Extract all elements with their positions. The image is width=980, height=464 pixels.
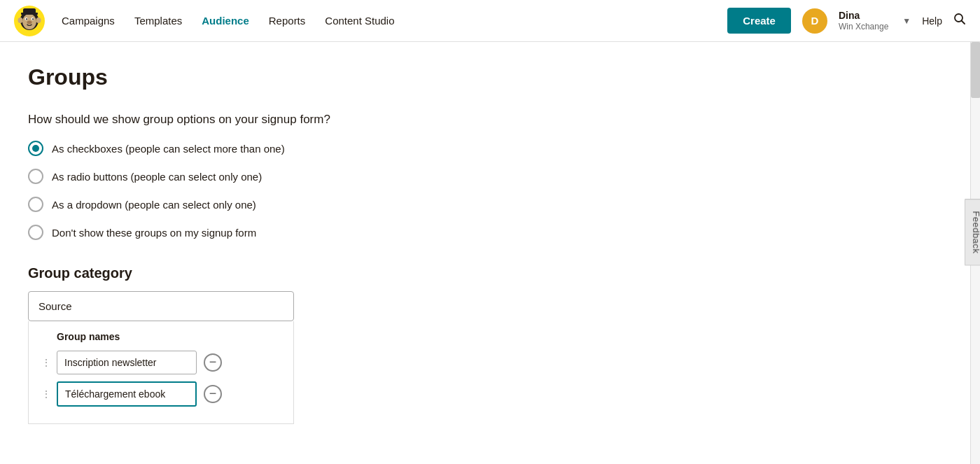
feedback-tab[interactable]: Feedback <box>965 199 980 265</box>
group-category-section: Group category Group names ⋮ − ⋮ − <box>28 265 518 424</box>
radio-dropdown-label: As a dropdown (people can select only on… <box>52 199 256 211</box>
radio-option-radio-buttons[interactable]: As radio buttons (people can select only… <box>28 169 518 184</box>
search-icon <box>953 13 966 25</box>
nav-audience[interactable]: Audience <box>202 12 249 29</box>
svg-point-9 <box>36 17 41 23</box>
radio-option-checkboxes[interactable]: As checkboxes (people can select more th… <box>28 141 518 156</box>
avatar: D <box>802 8 827 34</box>
page-title: Groups <box>28 64 518 90</box>
drag-handle-icon[interactable]: ⋮ <box>41 357 51 368</box>
radio-radio-buttons-indicator <box>28 169 43 184</box>
radio-option-dont-show[interactable]: Don't show these groups on my signup for… <box>28 225 518 240</box>
drag-handle-icon[interactable]: ⋮ <box>41 388 51 400</box>
main-nav: Campaigns Templates Audience Reports Con… <box>62 12 727 29</box>
remove-group-button-2[interactable]: − <box>204 385 222 403</box>
group-name-row: ⋮ − <box>57 381 282 407</box>
group-category-title: Group category <box>28 265 518 281</box>
create-button[interactable]: Create <box>727 8 791 34</box>
minus-icon: − <box>209 387 217 400</box>
radio-dropdown-indicator <box>28 197 43 212</box>
scrollbar-thumb[interactable] <box>971 42 980 98</box>
radio-dont-show-label: Don't show these groups on my signup for… <box>52 227 256 239</box>
main-content: Groups How should we show group options … <box>0 42 546 464</box>
group-name-row: ⋮ − <box>57 351 282 374</box>
user-org: Win Xchange <box>839 22 888 33</box>
radio-dont-show-indicator <box>28 225 43 240</box>
radio-option-dropdown[interactable]: As a dropdown (people can select only on… <box>28 197 518 212</box>
group-name-input-2[interactable] <box>57 381 197 407</box>
group-category-input[interactable] <box>28 291 294 321</box>
svg-point-8 <box>18 17 23 23</box>
radio-checkboxes-indicator <box>28 141 43 156</box>
search-button[interactable] <box>953 13 966 29</box>
svg-line-13 <box>962 21 965 24</box>
nav-templates[interactable]: Templates <box>134 12 182 29</box>
svg-point-6 <box>32 18 34 20</box>
help-link[interactable]: Help <box>922 15 942 27</box>
nav-reports[interactable]: Reports <box>269 12 306 29</box>
user-name: Dina <box>839 9 888 22</box>
group-names-section: Group names ⋮ − ⋮ − <box>28 321 294 424</box>
navbar: Campaigns Templates Audience Reports Con… <box>0 0 980 42</box>
group-names-title: Group names <box>57 331 282 342</box>
nav-content-studio[interactable]: Content Studio <box>325 12 394 29</box>
group-name-input-1[interactable] <box>57 351 197 374</box>
radio-radio-buttons-label: As radio buttons (people can select only… <box>52 171 262 183</box>
user-menu[interactable]: Dina Win Xchange <box>839 9 888 33</box>
svg-point-7 <box>27 20 32 24</box>
navbar-right: Create D Dina Win Xchange ▼ Help <box>727 8 966 34</box>
group-display-question: How should we show group options on your… <box>28 113 518 127</box>
svg-point-5 <box>26 18 27 20</box>
remove-group-button-1[interactable]: − <box>204 353 222 372</box>
nav-campaigns[interactable]: Campaigns <box>62 12 115 29</box>
display-options-group: As checkboxes (people can select more th… <box>28 141 518 240</box>
user-menu-chevron-icon[interactable]: ▼ <box>902 16 911 26</box>
mailchimp-logo[interactable] <box>14 6 45 36</box>
svg-rect-11 <box>23 8 36 14</box>
radio-checkboxes-label: As checkboxes (people can select more th… <box>52 143 285 155</box>
minus-icon: − <box>209 356 217 368</box>
